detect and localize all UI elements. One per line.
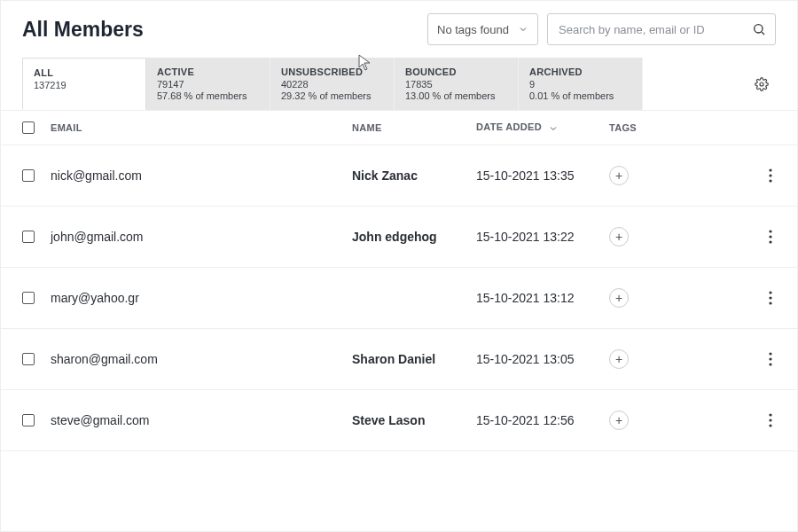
col-email-header[interactable]: EMAIL [51,122,352,133]
member-email: john@gmail.com [51,230,352,244]
member-date: 15-10-2021 13:22 [476,230,609,244]
tab-count: 9 [529,79,631,90]
member-date: 15-10-2021 13:35 [476,168,609,183]
row-menu-button[interactable] [765,348,776,370]
tab-count: 79147 [157,79,259,90]
row-menu-button[interactable] [765,410,776,431]
add-tag-button[interactable]: + [609,349,629,369]
member-date: 15-10-2021 12:56 [476,413,609,427]
search-input[interactable] [557,22,752,37]
row-checkbox[interactable] [22,414,35,426]
table-header: EMAIL NAME DATE ADDED TAGS [1,111,797,145]
col-date-label: DATE ADDED [476,121,542,132]
member-name: Sharon Daniel [352,352,476,366]
tab-pct: 29.32 % of members [281,90,383,101]
settings-button[interactable] [747,70,776,98]
svg-point-3 [769,168,771,171]
tab-label: ACTIVE [157,66,259,77]
table-row[interactable]: nick@gmail.com Nick Zanac 15-10-2021 13:… [1,145,797,207]
member-name: Nick Zanac [352,168,476,183]
add-tag-button[interactable]: + [609,227,629,246]
row-menu-button[interactable] [765,226,776,247]
tab-count: 40228 [281,79,383,90]
table-row[interactable]: mary@yahoo.gr 15-10-2021 13:12 + [1,268,797,329]
row-checkbox[interactable] [22,231,35,243]
svg-point-9 [769,291,771,293]
gear-icon [755,77,769,91]
status-tabs: ALL 137219 ACTIVE 79147 57.68 % of membe… [22,58,747,110]
col-tags-header[interactable]: TAGS [609,122,698,133]
row-menu-button[interactable] [765,287,776,309]
tab-unsubscribed[interactable]: UNSUBSCRIBED 40228 29.32 % of members [270,58,395,110]
table-row[interactable]: john@gmail.com John edgehog 15-10-2021 1… [1,207,797,268]
member-date: 15-10-2021 13:05 [476,352,609,366]
row-checkbox[interactable] [22,353,35,365]
member-email: mary@yahoo.gr [51,291,352,305]
svg-point-13 [769,357,771,360]
svg-point-0 [755,25,763,33]
tab-label: ARCHIVED [529,66,631,77]
member-name: John edgehog [352,230,476,244]
table-row[interactable]: steve@gmail.com Steve Lason 15-10-2021 1… [1,390,797,451]
tab-count: 137219 [34,80,135,90]
svg-point-2 [760,82,763,86]
svg-point-4 [769,174,771,176]
row-menu-button[interactable] [765,165,776,186]
member-date: 15-10-2021 13:12 [476,291,609,305]
tab-pct: 0.01 % of members [529,90,631,101]
add-tag-button[interactable]: + [609,166,629,185]
tab-count: 17835 [405,79,507,90]
tab-label: ALL [34,67,135,78]
svg-point-14 [769,363,771,365]
svg-point-10 [769,296,771,299]
table-body: nick@gmail.com Nick Zanac 15-10-2021 13:… [1,145,797,451]
kebab-icon [769,352,772,366]
chevron-down-icon [518,24,528,35]
col-name-header[interactable]: NAME [352,122,476,133]
svg-point-16 [769,419,771,421]
member-email: nick@gmail.com [51,168,352,183]
tab-label: UNSUBSCRIBED [281,66,383,77]
kebab-icon [769,168,772,183]
tab-label: BOUNCED [405,66,507,77]
svg-point-8 [769,240,771,243]
tab-archived[interactable]: ARCHIVED 9 0.01 % of members [519,58,643,110]
svg-point-15 [769,413,771,416]
col-date-header[interactable]: DATE ADDED [476,121,609,133]
search-icon [752,22,766,36]
svg-line-1 [762,32,764,35]
search-field-wrapper[interactable] [547,13,776,45]
tab-pct: 13.00 % of members [405,90,507,101]
row-checkbox[interactable] [22,292,35,304]
row-checkbox[interactable] [22,169,35,182]
svg-point-11 [769,301,771,304]
svg-point-5 [769,179,771,182]
member-email: steve@gmail.com [51,413,352,427]
kebab-icon [769,291,772,305]
kebab-icon [769,230,772,244]
add-tag-button[interactable]: + [609,288,629,308]
tab-active[interactable]: ACTIVE 79147 57.68 % of members [146,58,270,110]
tab-bounced[interactable]: BOUNCED 17835 13.00 % of members [395,58,519,110]
member-name: Steve Lason [352,413,476,427]
tab-pct: 57.68 % of members [157,90,259,101]
svg-point-6 [769,230,771,232]
svg-point-17 [769,424,771,426]
tags-filter-dropdown[interactable]: No tags found [427,13,538,45]
member-email: sharon@gmail.com [51,352,352,366]
chevron-down-icon [548,123,559,134]
table-row[interactable]: sharon@gmail.com Sharon Daniel 15-10-202… [1,329,797,390]
page-title: All Members [22,18,419,42]
add-tag-button[interactable]: + [609,411,629,430]
kebab-icon [769,413,772,427]
svg-point-12 [769,352,771,355]
tab-all[interactable]: ALL 137219 [22,58,146,110]
svg-point-7 [769,235,771,238]
tags-filter-label: No tags found [437,23,509,36]
select-all-checkbox[interactable] [22,121,35,134]
